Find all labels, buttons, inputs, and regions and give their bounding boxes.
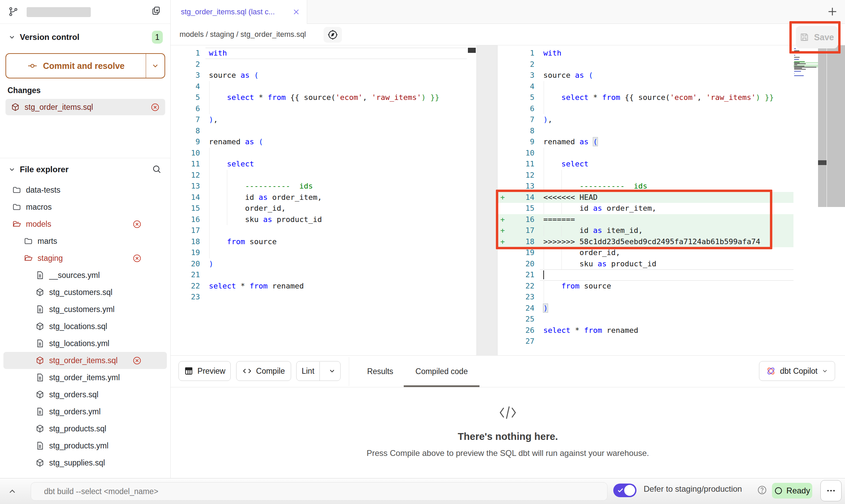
code-line[interactable]: 11 select [171,159,467,170]
code-line[interactable]: +16======= [498,214,793,225]
file-row-macros[interactable]: macros [0,198,170,216]
file-row-stg-locations-yml[interactable]: stg_locations.yml [0,335,170,352]
editor-pane-modified[interactable]: 1with23source as (45 select * from {{ so… [498,45,845,355]
code-line[interactable]: 7), [498,114,793,125]
commit-and-resolve-button[interactable]: Commit and resolve [5,53,165,78]
file-row-stg-products-sql[interactable]: stg_products.sql [0,420,170,437]
tab-stg-order-items[interactable]: stg_order_items.sql (last c... [171,0,307,24]
lint-button[interactable]: Lint [296,361,341,381]
file-row-stg-orders-yml[interactable]: stg_orders.yml [0,403,170,420]
code-line[interactable]: 20 sku as product_id [498,258,793,270]
discard-changes-icon[interactable] [132,356,142,365]
discard-changes-icon[interactable] [151,103,160,112]
tab-results[interactable]: Results [366,356,394,387]
code-line[interactable]: 2 [171,59,467,70]
file-row-models[interactable]: models [0,216,170,233]
code-line[interactable]: 1with [171,48,467,59]
search-icon[interactable] [152,164,161,174]
right-editor-scrollbar-thumb[interactable] [818,160,827,165]
code-line[interactable]: 4 [498,81,793,92]
code-line[interactable]: 14 id as order_item, [171,192,467,203]
code-line[interactable]: 8 [498,125,793,137]
version-control-header[interactable]: Version control 1 [0,31,170,44]
code-line[interactable]: 12 [498,170,793,181]
code-line[interactable]: 5 select * from {{ source('ecom', 'raw_i… [171,92,467,103]
file-row-stg-order-items-yml[interactable]: stg_order_items.yml [0,369,170,386]
copy-icon[interactable] [151,6,161,16]
code-line[interactable]: 22select * from renamed [171,281,467,292]
right-editor-scrollbar-track[interactable] [818,45,827,207]
code-line[interactable]: 26select * from renamed [498,325,793,336]
code-line[interactable]: 22 from source [498,281,793,292]
code-line[interactable]: 21 [171,269,467,281]
file-row-staging[interactable]: staging [0,250,170,267]
file-explorer-header[interactable]: File explorer [0,163,170,176]
code-line[interactable]: 17 [171,225,467,236]
code-line[interactable]: +17 id as item_id, [498,225,793,236]
file-row-stg-order-items-sql[interactable]: stg_order_items.sql [3,352,167,369]
code-line[interactable]: 10 [498,148,793,159]
code-line[interactable]: 24) [498,303,793,314]
code-line[interactable]: 19 order_id, [498,247,793,258]
close-icon[interactable] [292,8,300,16]
chevron-down-icon[interactable] [8,33,16,41]
more-options-button[interactable] [820,480,842,501]
code-line[interactable]: 20) [171,258,467,270]
file-row-stg-locations-sql[interactable]: stg_locations.sql [0,318,170,335]
lint-options-caret[interactable] [324,367,340,375]
discard-changes-icon[interactable] [132,254,142,263]
code-line[interactable]: 9renamed as ( [498,136,793,148]
help-icon[interactable] [757,485,767,495]
code-line[interactable]: 15 id as order_item, [498,203,793,214]
status-badge[interactable]: Ready [772,483,812,499]
code-line[interactable]: 2 [498,59,793,70]
code-line[interactable]: +14<<<<<<< HEAD [498,192,793,203]
code-line[interactable]: +18>>>>>>> 58c1dd23d5eebd9cd2495fa7124ab… [498,236,793,248]
file-row-stg-orders-sql[interactable]: stg_orders.sql [0,386,170,403]
new-tab-button[interactable] [827,6,838,17]
code-line[interactable]: 15 order_id, [171,203,467,214]
file-row-stg-products-yml[interactable]: stg_products.yml [0,437,170,454]
code-line[interactable]: 13 ---------- ids [171,181,467,192]
code-line[interactable]: 21 [498,269,793,281]
code-line[interactable]: 6 [171,103,467,115]
left-editor-scrollbar-thumb[interactable] [468,48,476,53]
code-line[interactable]: 23 [171,292,467,303]
file-row-marts[interactable]: marts [0,233,170,250]
chevron-down-icon[interactable] [8,166,16,173]
code-line[interactable]: 1with [498,48,793,59]
code-line[interactable]: 9renamed as ( [171,136,467,148]
command-input[interactable] [31,482,607,501]
dbt-copilot-button[interactable]: dbt Copilot [759,361,835,381]
code-line[interactable]: 11 select [498,159,793,170]
code-line[interactable]: 23 [498,292,793,303]
code-line[interactable]: 3source as ( [498,70,793,81]
code-line[interactable]: 3source as ( [171,70,467,81]
code-line[interactable]: 8 [171,125,467,137]
tab-compiled-code[interactable]: Compiled code [404,356,479,387]
commit-options-caret[interactable] [146,54,164,78]
file-row-stg-customers-yml[interactable]: stg_customers.yml [0,301,170,318]
code-line[interactable]: 7), [171,114,467,125]
code-line[interactable]: 19 [171,247,467,258]
preview-button[interactable]: Preview [178,361,231,381]
code-line[interactable]: 5 select * from {{ source('ecom', 'raw_i… [498,92,793,103]
breadcrumb[interactable]: models / staging / stg_order_items.sql [180,24,306,45]
defer-toggle[interactable] [613,484,636,497]
code-line[interactable]: 18 from source [171,236,467,248]
code-line[interactable]: 4 [171,81,467,92]
code-line[interactable]: 6 [498,103,793,115]
minimap[interactable] [793,48,818,77]
file-row-stg-customers-sql[interactable]: stg_customers.sql [0,284,170,301]
code-line[interactable]: 10 [171,148,467,159]
editor-pane-divider[interactable] [476,45,498,355]
file-row-data-tests[interactable]: data-tests [0,181,170,198]
changed-file-row[interactable]: stg_order_items.sql [5,99,165,115]
file-row--sources-yml[interactable]: __sources.yml [0,267,170,284]
file-row-stg-supplies-sql[interactable]: stg_supplies.sql [0,454,170,471]
discard-changes-icon[interactable] [132,220,142,229]
code-line[interactable]: 12 [171,170,467,181]
branch-name-placeholder[interactable] [27,7,91,17]
code-line[interactable]: 13 ---------- ids [498,181,793,192]
code-line[interactable]: 25 [498,314,793,325]
